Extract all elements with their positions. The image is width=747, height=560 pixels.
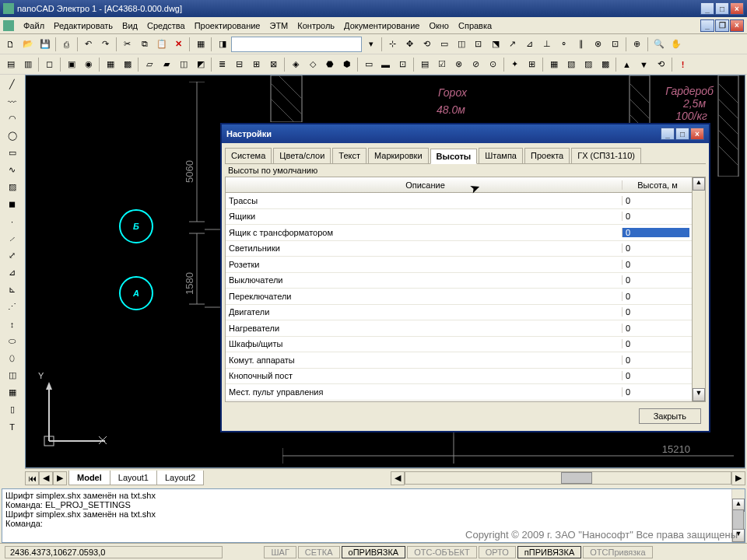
status-toggle-3[interactable]: ОТС-ОБЪЕКТ: [407, 546, 476, 558]
menu-средства[interactable]: Средства: [142, 19, 190, 32]
table-row[interactable]: Мест. пульт управления0: [226, 384, 705, 401]
cell-height[interactable]: 0: [622, 243, 689, 253]
table-row[interactable]: Нагреватели0: [226, 320, 705, 337]
cell-height[interactable]: 0: [622, 196, 689, 205]
close-dialog-button[interactable]: Закрыть: [639, 408, 701, 424]
snap10-icon[interactable]: ⊥: [538, 36, 555, 52]
menu-контроль[interactable]: Контроль: [293, 19, 339, 32]
el-tb-31-icon[interactable]: ▧: [563, 56, 579, 72]
snap6-icon[interactable]: ⊡: [470, 36, 486, 52]
settings-tab-1[interactable]: Цвета/слои: [273, 148, 331, 163]
el-tb-10-icon[interactable]: ◫: [175, 56, 191, 72]
el-tb-16-icon[interactable]: ◈: [287, 56, 303, 72]
menu-этм[interactable]: ЭТМ: [265, 19, 293, 32]
el-tb-1-icon[interactable]: ▤: [2, 56, 19, 72]
text-icon[interactable]: T: [3, 418, 21, 435]
snap1-icon[interactable]: ⊹: [384, 36, 401, 52]
el-tb-5-icon[interactable]: ◉: [80, 56, 96, 72]
hscroll-left-icon[interactable]: ◀: [391, 471, 405, 485]
table-row[interactable]: Шкафы/щиты0: [226, 337, 705, 353]
hatch-icon[interactable]: ▨: [3, 179, 21, 195]
table-row[interactable]: Трассы0: [226, 193, 705, 209]
col-description[interactable]: Описание: [226, 180, 622, 190]
settings-tab-4[interactable]: Высоты: [430, 149, 478, 164]
view-tab-layout1[interactable]: Layout1: [110, 471, 157, 485]
cell-height[interactable]: 0: [622, 275, 689, 285]
settings-tab-6[interactable]: Проекта: [524, 148, 570, 163]
settings-tab-3[interactable]: Маркировки: [368, 148, 429, 163]
settings-tab-0[interactable]: Система: [225, 148, 272, 163]
save-icon[interactable]: 💾: [37, 36, 53, 52]
dialog-close-button[interactable]: ×: [690, 128, 704, 140]
mdi-close-button[interactable]: ×: [730, 19, 744, 32]
pan-icon[interactable]: ✋: [668, 36, 684, 52]
status-toggle-6[interactable]: ОТСПривязка: [583, 546, 652, 558]
mdi-minimize-button[interactable]: _: [700, 19, 714, 32]
spline-icon[interactable]: ∿: [3, 162, 21, 178]
el-tb-32-icon[interactable]: ▨: [580, 56, 596, 72]
el-tb-26-icon[interactable]: ⊘: [468, 56, 484, 72]
menu-окно[interactable]: Окно: [424, 19, 454, 32]
close-button[interactable]: ×: [730, 2, 744, 15]
maximize-button[interactable]: □: [715, 2, 729, 15]
cell-height[interactable]: 0: [622, 324, 689, 333]
cell-height[interactable]: 0: [622, 260, 689, 269]
el-tb-18-icon[interactable]: ⬣: [321, 56, 338, 72]
hscrollbar[interactable]: [405, 471, 731, 485]
settings-tab-2[interactable]: Текст: [332, 148, 366, 163]
table-row[interactable]: Ящик с трансформатором0: [226, 225, 705, 241]
view-tab-layout2[interactable]: Layout2: [156, 471, 204, 485]
tool-e-icon[interactable]: ⬯: [3, 350, 21, 366]
delete-icon[interactable]: ✕: [170, 36, 187, 52]
el-tb-34-icon[interactable]: ▲: [619, 56, 635, 72]
table-row[interactable]: Переключатели0: [226, 289, 705, 305]
cell-height[interactable]: 0: [622, 212, 689, 221]
layer-states-icon[interactable]: ◨: [214, 36, 230, 52]
el-tb-23-icon[interactable]: ▤: [416, 56, 433, 72]
el-tb-13-icon[interactable]: ⊟: [231, 56, 247, 72]
el-tb-4-icon[interactable]: ▣: [63, 56, 79, 72]
cut-icon[interactable]: ✂: [119, 36, 135, 52]
el-tb-12-icon[interactable]: ≣: [214, 56, 230, 72]
menu-документирование[interactable]: Документирование: [339, 19, 424, 32]
el-tb-22-icon[interactable]: ⊡: [395, 56, 411, 72]
table-row[interactable]: Ящики0: [226, 209, 705, 226]
el-tb-11-icon[interactable]: ◩: [192, 56, 209, 72]
el-tb-21-icon[interactable]: ▬: [377, 56, 394, 72]
copy-icon[interactable]: ⧉: [136, 36, 153, 52]
layer-dropdown-icon[interactable]: ▾: [363, 36, 379, 52]
polyline-icon[interactable]: 〰: [3, 93, 21, 110]
tool-b-icon[interactable]: ⊾: [3, 282, 21, 298]
col-height[interactable]: Высота, м: [622, 180, 689, 190]
el-tb-6-icon[interactable]: ▦: [102, 56, 118, 72]
ray-icon[interactable]: ⤢: [3, 247, 21, 264]
tool-a-icon[interactable]: ⊿: [3, 264, 21, 281]
dialog-maximize-button[interactable]: □: [675, 128, 689, 140]
rect-icon[interactable]: ▭: [3, 145, 21, 161]
menu-справка[interactable]: Справка: [454, 19, 496, 32]
hscroll-right-icon[interactable]: ▶: [731, 471, 745, 485]
el-tb-20-icon[interactable]: ▭: [360, 56, 377, 72]
el-tb-27-icon[interactable]: ⊙: [485, 56, 501, 72]
snap9-icon[interactable]: ⊿: [521, 36, 538, 52]
paste-icon[interactable]: 📋: [153, 36, 170, 52]
el-tb-28-icon[interactable]: ✦: [507, 56, 523, 72]
snap2-icon[interactable]: ✥: [402, 36, 418, 52]
view-tab-model[interactable]: Model: [68, 471, 110, 485]
cell-height[interactable]: 0: [622, 355, 689, 365]
el-tb-36-icon[interactable]: ⟲: [653, 56, 669, 72]
snap12-icon[interactable]: ∥: [573, 36, 589, 52]
line-icon[interactable]: ╱: [3, 76, 21, 93]
grid-scroll-up-icon[interactable]: ▲: [693, 177, 705, 191]
open-icon[interactable]: 📂: [19, 36, 36, 52]
table-row[interactable]: Розетки0: [226, 257, 705, 273]
mdi-restore-button[interactable]: ❐: [715, 19, 729, 32]
el-tb-8-icon[interactable]: ▱: [141, 56, 157, 72]
el-tb-25-icon[interactable]: ⊗: [451, 56, 467, 72]
el-tb-30-icon[interactable]: ▦: [545, 56, 562, 72]
el-tb-37-icon[interactable]: !: [675, 56, 691, 72]
snap11-icon[interactable]: ⚬: [556, 36, 572, 52]
el-tb-29-icon[interactable]: ⊞: [524, 56, 540, 72]
circle-icon[interactable]: ◯: [3, 128, 21, 144]
print-icon[interactable]: ⎙: [58, 36, 75, 52]
